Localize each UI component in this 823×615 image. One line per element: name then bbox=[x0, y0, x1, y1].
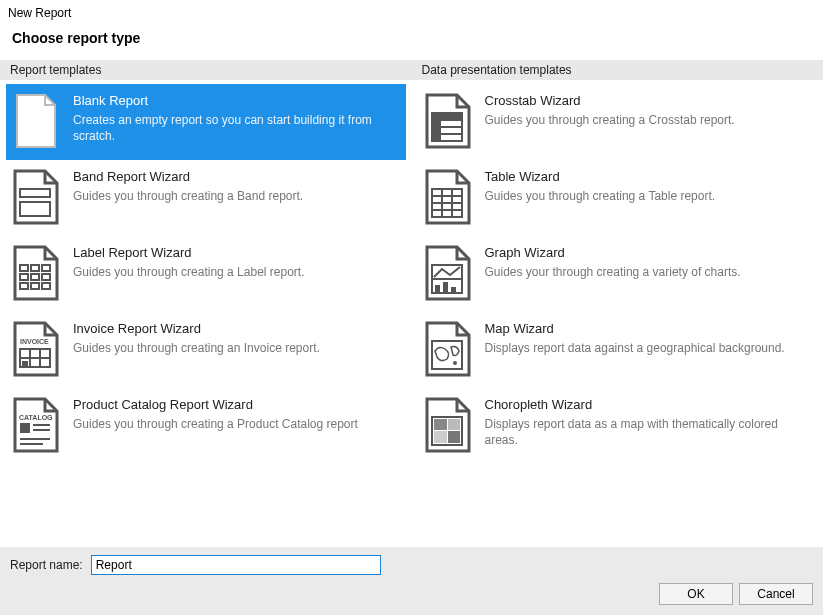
template-item-desc: Guides you through creating a Crosstab r… bbox=[485, 112, 811, 128]
template-item-title: Product Catalog Report Wizard bbox=[73, 397, 399, 412]
data-presentation-column: Data presentation templates Crosstab Wiz… bbox=[412, 60, 824, 468]
svg-marker-0 bbox=[17, 95, 55, 147]
template-item-desc: Guides you through creating a Band repor… bbox=[73, 188, 399, 204]
svg-rect-48 bbox=[451, 287, 456, 292]
template-item-choropleth-wizard[interactable]: Choropleth WizardDisplays report data as… bbox=[418, 388, 818, 464]
template-item-title: Map Wizard bbox=[485, 321, 811, 336]
template-item-desc: Displays report data as a map with thema… bbox=[485, 416, 811, 448]
svg-text:INVOICE: INVOICE bbox=[20, 338, 49, 345]
crosstab-icon bbox=[425, 93, 471, 149]
svg-point-51 bbox=[453, 361, 457, 365]
footer-bar: Report name: OK Cancel bbox=[0, 547, 823, 615]
report-name-input[interactable] bbox=[91, 555, 381, 575]
template-item-desc: Creates an empty report so you can start… bbox=[73, 112, 399, 144]
svg-text:CATALOG: CATALOG bbox=[19, 414, 53, 421]
svg-rect-35 bbox=[432, 113, 440, 141]
svg-rect-57 bbox=[448, 431, 460, 443]
report-templates-header: Report templates bbox=[0, 60, 412, 80]
template-item-label-report-wizard[interactable]: Label Report WizardGuides you through cr… bbox=[6, 236, 406, 312]
template-item-title: Table Wizard bbox=[485, 169, 811, 184]
template-item-desc: Guides you through creating a Table repo… bbox=[485, 188, 811, 204]
svg-rect-47 bbox=[443, 282, 448, 292]
template-item-desc: Guides your through creating a variety o… bbox=[485, 264, 811, 280]
invoice-icon: INVOICE bbox=[13, 321, 59, 377]
template-item-title: Graph Wizard bbox=[485, 245, 811, 260]
template-item-invoice-report-wizard[interactable]: INVOICE Invoice Report WizardGuides you … bbox=[6, 312, 406, 388]
template-item-title: Choropleth Wizard bbox=[485, 397, 811, 412]
template-item-map-wizard[interactable]: Map WizardDisplays report data against a… bbox=[418, 312, 818, 388]
template-item-crosstab-wizard[interactable]: Crosstab WizardGuides you through creati… bbox=[418, 84, 818, 160]
svg-rect-54 bbox=[434, 419, 447, 430]
template-item-title: Blank Report bbox=[73, 93, 399, 108]
template-item-desc: Displays report data against a geographi… bbox=[485, 340, 811, 356]
svg-rect-46 bbox=[435, 285, 440, 292]
template-item-graph-wizard[interactable]: Graph WizardGuides your through creating… bbox=[418, 236, 818, 312]
band-icon bbox=[13, 169, 59, 225]
map-icon bbox=[425, 321, 471, 377]
template-item-table-wizard[interactable]: Table WizardGuides you through creating … bbox=[418, 160, 818, 236]
blank-icon bbox=[13, 93, 59, 149]
template-item-title: Invoice Report Wizard bbox=[73, 321, 399, 336]
template-item-title: Label Report Wizard bbox=[73, 245, 399, 260]
svg-rect-23 bbox=[20, 423, 30, 433]
template-item-blank-report[interactable]: Blank ReportCreates an empty report so y… bbox=[6, 84, 406, 160]
report-name-label: Report name: bbox=[10, 558, 83, 572]
graph-icon bbox=[425, 245, 471, 301]
template-item-product-catalog-report-wizard[interactable]: CATALOG Product Catalog Report WizardGui… bbox=[6, 388, 406, 464]
template-item-desc: Guides you through creating a Label repo… bbox=[73, 264, 399, 280]
template-item-desc: Guides you through creating an Invoice r… bbox=[73, 340, 399, 356]
svg-rect-20 bbox=[22, 361, 28, 366]
window-title: New Report bbox=[0, 0, 823, 22]
template-item-title: Crosstab Wizard bbox=[485, 93, 811, 108]
ok-button[interactable]: OK bbox=[659, 583, 733, 605]
template-item-desc: Guides you through creating a Product Ca… bbox=[73, 416, 399, 432]
report-templates-column: Report templates Blank ReportCreates an … bbox=[0, 60, 412, 468]
svg-rect-55 bbox=[448, 419, 460, 430]
svg-rect-56 bbox=[434, 431, 447, 443]
catalog-icon: CATALOG bbox=[13, 397, 59, 453]
label-icon bbox=[13, 245, 59, 301]
data-presentation-header: Data presentation templates bbox=[412, 60, 824, 80]
page-heading: Choose report type bbox=[0, 22, 823, 60]
template-item-band-report-wizard[interactable]: Band Report WizardGuides you through cre… bbox=[6, 160, 406, 236]
table-icon bbox=[425, 169, 471, 225]
cancel-button[interactable]: Cancel bbox=[739, 583, 813, 605]
choropleth-icon bbox=[425, 397, 471, 453]
template-item-title: Band Report Wizard bbox=[73, 169, 399, 184]
